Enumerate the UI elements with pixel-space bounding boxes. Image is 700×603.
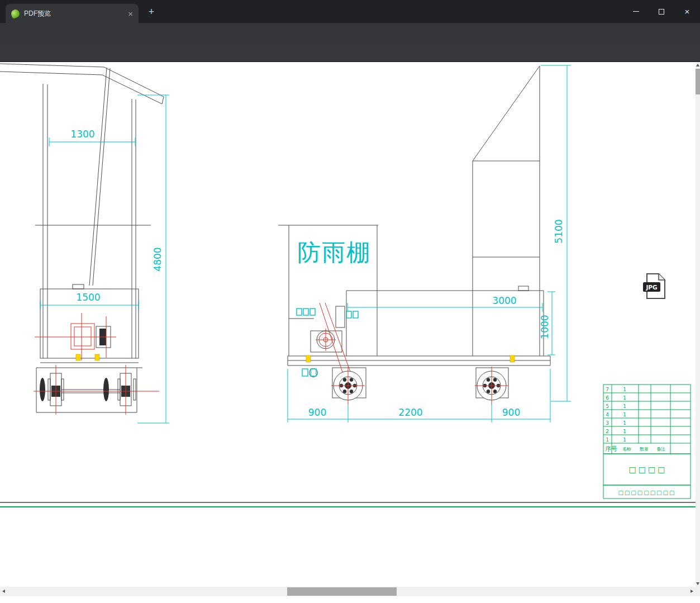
leaf-favicon-icon — [10, 8, 21, 18]
svg-text:1: 1 — [623, 412, 626, 417]
svg-text:5: 5 — [606, 403, 609, 409]
bom-header-note: 备注 — [656, 447, 665, 452]
side-view: 防雨棚 3000 1000 5100 900 2200 900 — [278, 65, 571, 422]
dim-label-1000: 1000 — [539, 315, 550, 339]
jpg-label: JPG — [645, 284, 657, 291]
dim-label-5100: 5100 — [553, 219, 564, 243]
scroll-right-arrow-icon[interactable] — [691, 590, 693, 593]
pdf-toolbar: / 1 − + 40% » — [0, 45, 700, 62]
dim-label-900-right: 900 — [502, 407, 520, 418]
title-block: 7 1 6 1 5 1 4 1 3 1 2 1 1 1 序号 名称 数量 备注 … — [603, 384, 691, 498]
drawing-footer-text: □□□□□□□□□ — [618, 490, 675, 496]
tab-close-icon[interactable]: × — [128, 10, 133, 18]
bom-header-no: 序号 — [605, 445, 617, 453]
vertical-scrollbar-thumb[interactable] — [696, 69, 700, 94]
dim-label-2200: 2200 — [398, 407, 422, 418]
svg-text:2: 2 — [606, 429, 609, 434]
maximize-icon — [659, 9, 664, 15]
scroll-up-arrow-icon[interactable] — [696, 64, 699, 67]
svg-text:6: 6 — [606, 395, 609, 401]
window-minimize-button[interactable] — [623, 0, 649, 23]
svg-text:1: 1 — [623, 429, 626, 434]
page-border-lines — [0, 502, 696, 507]
window-close-button[interactable]: × — [674, 0, 700, 23]
scroll-down-arrow-icon[interactable] — [696, 582, 699, 585]
tab-bar: PDF预览 × + × — [0, 0, 700, 23]
dim-label-4800: 4800 — [152, 247, 163, 271]
svg-text:1: 1 — [623, 403, 626, 409]
cad-drawing: 1300 1500 4800 — [0, 62, 696, 587]
dim-label-1300: 1300 — [70, 129, 94, 140]
svg-text:1: 1 — [606, 437, 609, 443]
address-bar: ← → ↻ ⌂ localhost:8012/onlinePreview?url… — [0, 23, 700, 45]
dim-label-1500: 1500 — [76, 292, 100, 303]
dim-label-3000: 3000 — [492, 295, 516, 306]
svg-text:1: 1 — [623, 395, 626, 401]
vertical-scrollbar[interactable] — [696, 62, 700, 587]
front-view: 1300 1500 4800 — [0, 64, 169, 423]
bom-header-qty: 数量 — [640, 447, 649, 452]
drawing-title-text: □□□□ — [629, 465, 668, 474]
scroll-left-arrow-icon[interactable] — [2, 590, 5, 593]
bom-header-name: 名称 — [622, 447, 631, 452]
svg-text:3: 3 — [606, 420, 609, 426]
svg-text:1: 1 — [623, 437, 626, 443]
svg-text:4: 4 — [606, 412, 609, 417]
window-maximize-button[interactable] — [649, 0, 674, 23]
pdf-page: 1300 1500 4800 — [0, 62, 696, 587]
svg-text:7: 7 — [606, 387, 609, 392]
tab-title: PDF预览 — [24, 9, 123, 18]
tab-pdf-preview[interactable]: PDF预览 × — [6, 4, 139, 23]
horizontal-scrollbar[interactable] — [0, 587, 696, 596]
horizontal-scrollbar-thumb[interactable] — [287, 587, 397, 596]
scrollbar-corner — [696, 587, 700, 596]
minimize-icon — [633, 11, 639, 12]
rain-shelter-label: 防雨棚 — [297, 239, 371, 266]
dim-label-900-left: 900 — [308, 407, 326, 418]
new-tab-button[interactable]: + — [145, 5, 158, 18]
svg-text:1: 1 — [623, 420, 626, 426]
browser-window: PDF预览 × + × ← → ↻ ⌂ localhost:8012/onlin… — [0, 0, 700, 603]
jpg-file-icon: JPG — [643, 274, 665, 298]
svg-text:1: 1 — [623, 387, 626, 392]
